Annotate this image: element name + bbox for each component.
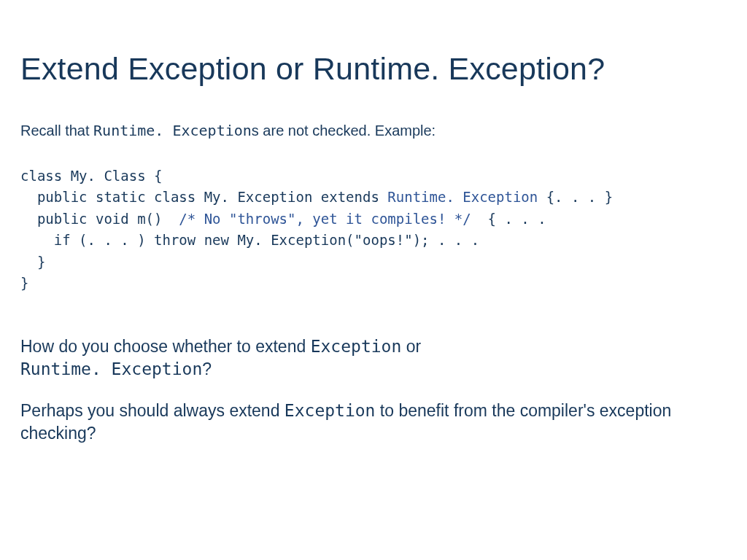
code-line-6: } (20, 275, 28, 291)
q1-mid: or (401, 337, 421, 356)
intro-text-pre: Recall that (20, 122, 93, 139)
intro-code: Runtime. Exception (93, 122, 252, 139)
q2-pre: Perhaps you should always extend (20, 401, 285, 420)
code-runtime-exception: Runtime. Exception (387, 189, 538, 205)
question-1: How do you choose whether to extend Exce… (20, 335, 727, 381)
code-line-4: if (. . . ) throw new My. Exception("oop… (20, 232, 479, 248)
question-2: Perhaps you should always extend Excepti… (20, 400, 727, 445)
q2-code-exception: Exception (285, 401, 376, 420)
code-line-3a: public void m() (20, 211, 179, 227)
code-comment: /* No "throws", yet it compiles! */ (179, 211, 471, 227)
code-block: class My. Class { public static class My… (20, 166, 727, 295)
code-line-3c: { . . . (471, 211, 546, 227)
code-line-1: class My. Class { (20, 168, 162, 184)
intro-text-post: s are not checked. Example: (252, 122, 436, 139)
code-line-5: } (20, 254, 45, 270)
code-line-2a: public static class My. Exception extend… (20, 189, 387, 205)
slide-title: Extend Exception or Runtime. Exception? (20, 51, 727, 87)
intro-paragraph: Recall that Runtime. Exceptions are not … (20, 122, 727, 139)
q1-code-runtime: Runtime. Exception (20, 359, 202, 378)
q1-pre: How do you choose whether to extend (20, 337, 311, 356)
code-line-2c: {. . . } (538, 189, 613, 205)
q1-post: ? (202, 359, 212, 378)
q1-code-exception: Exception (311, 337, 402, 356)
slide: Extend Exception or Runtime. Exception? … (0, 0, 747, 493)
